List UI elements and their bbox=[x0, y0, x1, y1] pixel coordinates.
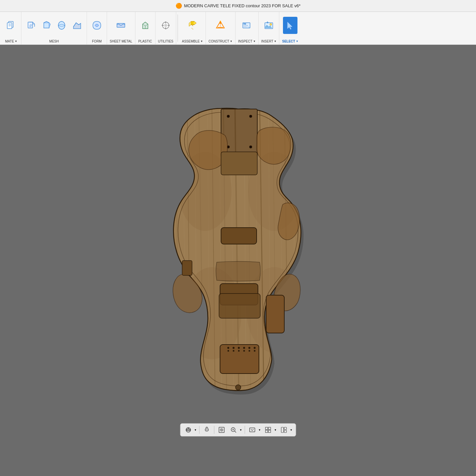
svg-point-96 bbox=[233, 347, 235, 349]
toolbar-group-plastic: PLASTIC bbox=[135, 12, 155, 44]
zoom-btn[interactable] bbox=[228, 425, 239, 435]
select-label[interactable]: SELECT ▼ bbox=[282, 40, 298, 43]
form-btn[interactable] bbox=[90, 17, 104, 34]
toolbar-group-sheet-metal: SHEET METAL bbox=[107, 12, 135, 44]
toolbar-group-utilities: UTILITIES bbox=[155, 12, 177, 44]
toolbar-group-construct: CONSTRUCT ▼ bbox=[206, 12, 236, 44]
guitar-svg bbox=[136, 99, 340, 396]
assemble-btn[interactable] bbox=[185, 17, 200, 34]
title-bar: 🟠 MODERN CARVE TELE FIXED contour 2023 F… bbox=[0, 0, 476, 12]
mesh-icon-4 bbox=[71, 20, 82, 31]
construct-btn[interactable] bbox=[213, 17, 228, 34]
svg-rect-124 bbox=[268, 427, 271, 430]
svg-rect-90 bbox=[221, 228, 257, 244]
svg-rect-125 bbox=[266, 430, 268, 433]
pan-btn[interactable] bbox=[202, 425, 212, 435]
svg-point-101 bbox=[227, 350, 229, 351]
grid-dropdown-arrow[interactable]: ▼ bbox=[273, 428, 277, 432]
divider-3 bbox=[245, 426, 245, 434]
construct-label[interactable]: CONSTRUCT ▼ bbox=[209, 40, 233, 43]
divider-1 bbox=[199, 426, 200, 434]
svg-rect-29 bbox=[243, 23, 246, 24]
zoom-btn-group: ▼ bbox=[228, 425, 243, 435]
grid-btn-group: ▼ bbox=[263, 425, 277, 435]
window-title: MODERN CARVE TELE FIXED contour 2023 FOR… bbox=[184, 3, 301, 8]
mesh-icon-2 bbox=[41, 20, 52, 31]
mesh-btn-1[interactable] bbox=[24, 17, 39, 34]
select-icon bbox=[285, 20, 295, 31]
inspect-label[interactable]: INSPECT ▼ bbox=[238, 40, 256, 43]
insert-icon bbox=[264, 20, 274, 31]
svg-point-102 bbox=[233, 350, 234, 351]
divider-2 bbox=[214, 426, 214, 434]
insert-btn[interactable] bbox=[262, 17, 276, 34]
form-label[interactable]: FORM bbox=[92, 40, 101, 43]
toolbar: MATE ▼ bbox=[0, 12, 476, 45]
plastic-btn[interactable] bbox=[138, 17, 153, 34]
toolbar-group-select: SELECT ▼ bbox=[279, 12, 301, 44]
mate-button[interactable] bbox=[4, 17, 18, 34]
svg-rect-126 bbox=[268, 430, 271, 433]
svg-point-104 bbox=[243, 350, 245, 351]
svg-point-100 bbox=[254, 347, 256, 349]
svg-point-111 bbox=[188, 428, 189, 429]
select-btn[interactable] bbox=[283, 17, 297, 34]
mesh-label[interactable]: MESH bbox=[49, 40, 59, 43]
mate-icon bbox=[6, 20, 16, 31]
svg-point-99 bbox=[248, 347, 250, 349]
svg-point-33 bbox=[270, 23, 272, 25]
toolbar-group-mesh: MESH bbox=[21, 12, 87, 44]
orbit-dropdown-arrow[interactable]: ▼ bbox=[193, 428, 197, 432]
svg-point-14 bbox=[164, 24, 167, 27]
panels-btn[interactable] bbox=[279, 425, 289, 435]
svg-point-97 bbox=[238, 347, 240, 349]
sheetmetal-label[interactable]: SHEET METAL bbox=[110, 40, 132, 43]
zoom-dropdown-arrow[interactable]: ▼ bbox=[239, 428, 243, 432]
svg-point-103 bbox=[238, 350, 239, 351]
mate-label[interactable]: MATE ▼ bbox=[5, 40, 17, 43]
inspect-icon bbox=[241, 20, 252, 31]
form-icon bbox=[92, 20, 102, 31]
toolbar-group-assemble: ASSEMBLE ▼ bbox=[179, 12, 206, 44]
svg-point-98 bbox=[243, 347, 245, 349]
panels-dropdown-arrow[interactable]: ▼ bbox=[289, 428, 293, 432]
svg-rect-122 bbox=[250, 428, 255, 432]
svg-rect-94 bbox=[220, 345, 259, 374]
display-btn[interactable] bbox=[247, 425, 258, 435]
toolbar-group-inspect: INSPECT ▼ bbox=[236, 12, 259, 44]
svg-point-88 bbox=[249, 146, 252, 148]
mesh-btn-4[interactable] bbox=[70, 17, 84, 34]
utilities-label[interactable]: UTILITIES bbox=[158, 40, 174, 43]
svg-point-106 bbox=[254, 350, 255, 351]
orbit-btn[interactable] bbox=[183, 425, 193, 435]
construct-icon bbox=[215, 20, 226, 31]
svg-rect-1 bbox=[7, 23, 12, 29]
app-icon: 🟠 bbox=[176, 3, 182, 9]
inspect-btn[interactable] bbox=[239, 17, 254, 34]
toolbar-group-mate: MATE ▼ bbox=[1, 12, 21, 44]
utilities-btn[interactable] bbox=[158, 17, 173, 34]
sheetmetal-icon bbox=[116, 20, 126, 31]
svg-rect-92 bbox=[266, 295, 284, 333]
mesh-btn-3[interactable] bbox=[54, 17, 69, 34]
mesh-icon-1 bbox=[26, 20, 37, 31]
zoom-fit-btn[interactable] bbox=[216, 425, 227, 435]
svg-rect-93 bbox=[221, 152, 257, 175]
display-btn-group: ▼ bbox=[247, 425, 262, 435]
svg-rect-129 bbox=[284, 430, 287, 433]
mesh-btn-2[interactable] bbox=[39, 17, 54, 34]
grid-btn[interactable] bbox=[263, 425, 273, 435]
svg-rect-108 bbox=[182, 261, 192, 275]
sheetmetal-btn[interactable] bbox=[114, 17, 128, 34]
svg-point-26 bbox=[220, 21, 221, 22]
svg-rect-5 bbox=[28, 22, 33, 28]
mesh-icon-3 bbox=[56, 20, 67, 31]
assemble-icon bbox=[187, 20, 198, 31]
insert-label[interactable]: INSERT ▼ bbox=[261, 40, 276, 43]
display-dropdown-arrow[interactable]: ▼ bbox=[258, 428, 262, 432]
assemble-label[interactable]: ASSEMBLE ▼ bbox=[182, 40, 203, 43]
panels-btn-group: ▼ bbox=[279, 425, 293, 435]
plastic-label[interactable]: PLASTIC bbox=[138, 40, 152, 43]
orbit-btn-group: ▼ bbox=[183, 425, 197, 435]
canvas-area[interactable]: ▼ bbox=[0, 45, 476, 456]
